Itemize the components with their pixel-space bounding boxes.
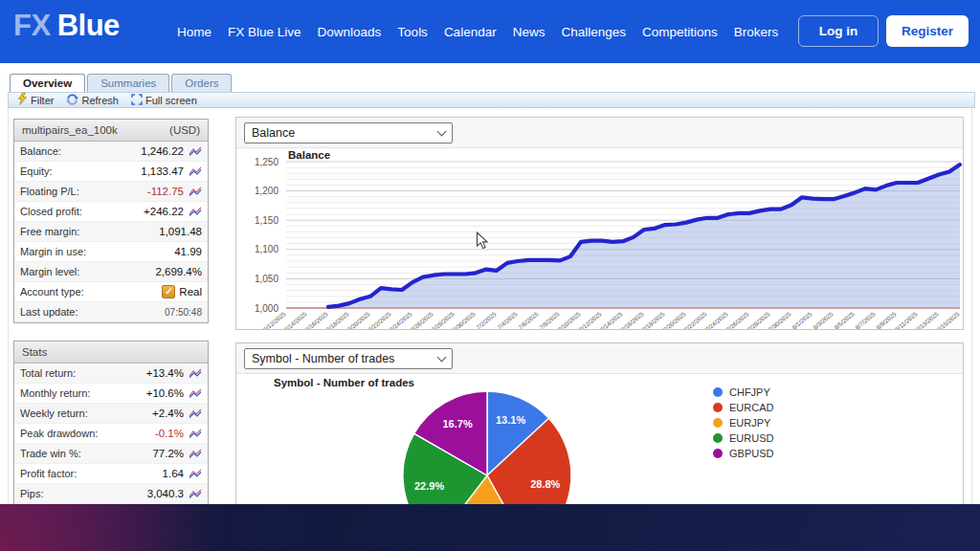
row-value: 07:50:48 [78,307,202,318]
legend-dot [713,403,723,412]
svg-text:13.1%: 13.1% [496,414,525,426]
filter-button[interactable]: Filter [17,93,54,107]
nav-item-fx-blue-live[interactable]: FX Blue Live [228,25,301,39]
row-value: 1,133.47 [53,165,184,177]
mini-chart-icon[interactable] [189,469,202,478]
row-value: ✓Real [84,285,202,298]
svg-text:8/15/2025: 8/15/2025 [935,310,961,330]
pie-chart-title: Symbol - Number of trades [274,377,414,388]
svg-text:6/30/2025: 6/30/2025 [451,310,477,330]
row-label: Equity: [20,165,53,177]
pie-legend: CHFJPYEURCADEURJPYEURUSDGBPUSD [713,386,773,463]
nav-links: HomeFX Blue LiveDownloadsToolsCalendarNe… [177,0,778,63]
register-button[interactable]: Register [886,15,969,47]
fxblue-logo[interactable]: FXBlue [13,9,120,43]
account-currency: (USD) [169,124,200,136]
refresh-button[interactable]: Refresh [66,94,119,107]
mini-chart-icon[interactable] [189,207,202,216]
row-label: Trade win %: [20,448,81,459]
row-value: -112.75 [79,186,184,197]
row-value: 1,246.22 [61,145,184,157]
row-value: 1,091.48 [79,226,202,237]
svg-text:7/4/2025: 7/4/2025 [496,310,519,330]
mini-chart-icon[interactable] [189,429,202,438]
account-row-balance: Balance:1,246.22 [14,142,208,162]
chevron-down-icon [437,352,447,362]
pie-select-value: Symbol - Number of trades [252,352,394,365]
row-value: +2.4% [88,408,184,419]
nav-item-challenges[interactable]: Challenges [561,25,626,39]
legend-item-gbpusd: GBPUSD [713,448,773,458]
mini-chart-icon[interactable] [189,368,202,378]
legend-label: EURCAD [729,402,773,413]
svg-text:22.9%: 22.9% [414,480,444,492]
legend-label: EURJPY [729,417,770,429]
legend-label: GBPUSD [729,448,773,459]
row-value: 1.64 [77,468,184,479]
svg-text:8/5/2025: 8/5/2025 [833,310,856,330]
legend-dot [713,449,723,458]
stats-row-total-return: Total return:+13.4% [14,364,208,384]
mini-chart-icon[interactable] [189,449,202,458]
legend-item-eurusd: EURUSD [713,432,773,443]
login-button[interactable]: Log in [798,15,879,47]
account-summary-panel: multipairs_ea_100k (USD) Balance:1,246.2… [13,119,209,323]
stats-row-weekly-return: Weekly return:+2.4% [14,404,208,424]
row-value: 3,040.3 [43,488,184,499]
mini-chart-icon[interactable] [189,146,202,156]
balance-metric-select[interactable]: Balance [244,122,453,143]
nav-item-brokers[interactable]: Brokers [734,25,779,39]
account-row-equity: Equity:1,133.47 [14,162,208,182]
svg-text:1,000: 1,000 [255,303,278,314]
nav-item-tools[interactable]: Tools [397,25,428,39]
legend-item-chfjpy: CHFJPY [713,386,773,397]
svg-text:1,100: 1,100 [255,244,278,254]
nav-item-downloads[interactable]: Downloads [318,25,382,39]
mini-chart-icon[interactable] [189,388,202,398]
tab-summaries[interactable]: Summaries [87,74,169,92]
legend-label: EURUSD [729,432,773,444]
pie-metric-select[interactable]: Symbol - Number of trades [244,348,453,369]
tab-orders[interactable]: Orders [171,74,232,92]
logo-blue: Blue [57,9,120,42]
moneta-ad-banner[interactable]: MONETA MARKETS Best MT4 Brokerwith lowes… [0,504,980,551]
nav-item-calendar[interactable]: Calendar [444,25,497,39]
svg-text:28.8%: 28.8% [530,478,560,490]
mini-chart-icon[interactable] [189,489,202,498]
row-label: Weekly return: [20,408,88,419]
balance-panel-toolbar: Balance [236,118,963,148]
pie-panel-toolbar: Symbol - Number of trades [236,343,963,374]
row-label: Floating P/L: [20,186,79,197]
stats-rows: Total return:+13.4%Monthly return:+10.6%… [14,364,208,504]
stats-title: Stats [22,346,47,358]
refresh-icon [66,94,78,107]
filter-label: Filter [31,95,54,106]
row-value: 2,699.4% [79,266,202,277]
tab-overview[interactable]: Overview [10,74,85,92]
account-row-margin-level: Margin level:2,699.4% [14,262,208,282]
account-row-last-update: Last update:07:50:48 [14,302,208,322]
account-row-closed-profit: Closed profit:+246.22 [14,202,208,222]
mini-chart-icon[interactable] [189,166,202,176]
content-right-border [971,107,972,504]
stats-row-profit-factor: Profit factor:1.64 [14,464,208,484]
nav-item-home[interactable]: Home [177,25,212,39]
fullscreen-icon [131,94,143,107]
nav-item-news[interactable]: News [513,25,546,39]
row-label: Profit factor: [20,468,77,479]
stats-panel-header: Stats [14,342,208,364]
mini-chart-icon[interactable] [189,408,202,418]
balance-area-fill [328,165,960,308]
svg-text:7/6/2025: 7/6/2025 [517,310,540,330]
nav-item-competitions[interactable]: Competitions [642,25,718,39]
legend-dot [713,433,723,443]
mini-chart-icon[interactable] [189,187,202,196]
account-type-checkbox[interactable]: ✓ [162,285,175,298]
svg-text:1,200: 1,200 [255,186,278,196]
balance-chart-panel: Balance 1,0001,0501,1001,1501,2001,2506/… [235,117,964,330]
stats-row-trade-win: Trade win %:77.2% [14,444,208,464]
legend-item-eurcad: EURCAD [713,402,773,412]
row-value: +13.4% [76,367,184,379]
screen: FXBlue HomeFX Blue LiveDownloadsToolsCal… [0,0,980,551]
fullscreen-button[interactable]: Full screen [131,94,197,107]
